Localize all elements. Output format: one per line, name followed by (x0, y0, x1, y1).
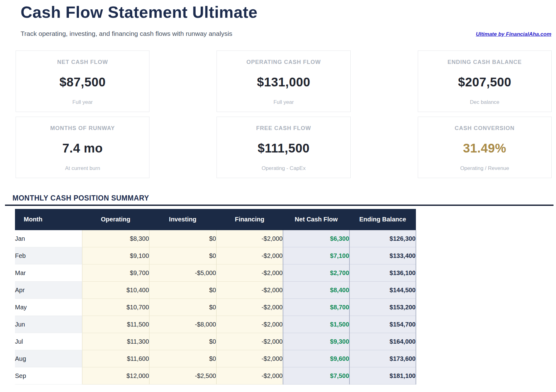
kpi-caption: At current burn (65, 165, 100, 172)
cell-ending-balance: $144,500 (349, 282, 416, 299)
kpi-caption: Full year (72, 99, 93, 105)
cell-investing: $0 (149, 299, 216, 316)
cell-ending-balance: $173,600 (349, 350, 416, 367)
cell-financing: -$2,000 (216, 282, 283, 299)
cell-financing: -$2,000 (216, 350, 283, 367)
cell-financing: -$2,000 (216, 264, 283, 282)
cell-ending-balance: $133,400 (349, 247, 416, 264)
table-row: Jan $8,300 $0 -$2,000 $6,300 $126,300 (15, 230, 416, 247)
page-title: Cash Flow Statement Ultimate (21, 3, 551, 22)
cell-month: Apr (15, 282, 82, 299)
kpi-label: OPERATING CASH FLOW (246, 59, 321, 65)
kpi-value: 7.4 mo (62, 141, 103, 155)
cell-net-cash-flow: $9,600 (283, 350, 349, 367)
cell-month: Mar (15, 264, 82, 282)
table-row: Apr $10,400 $0 -$2,000 $8,400 $144,500 (15, 282, 416, 299)
column-header-ending-balance: Ending Balance (349, 209, 416, 230)
page-subtitle: Track operating, investing, and financin… (21, 30, 232, 37)
cell-net-cash-flow: $7,100 (283, 247, 349, 264)
cell-financing: -$2,000 (216, 299, 283, 316)
section-divider (5, 205, 554, 206)
kpi-label: CASH CONVERSION (455, 125, 515, 132)
kpi-caption: Operating / Revenue (460, 165, 509, 172)
cell-ending-balance: $153,200 (349, 299, 416, 316)
kpi-card: ENDING CASH BALANCE $207,500 Dec balance (418, 51, 552, 112)
cell-net-cash-flow: $2,700 (283, 264, 349, 282)
kpi-caption: Full year (273, 99, 294, 105)
column-header-investing: Investing (149, 209, 216, 230)
cell-net-cash-flow: $9,300 (283, 333, 349, 350)
table-row: Jul $11,300 $0 -$2,000 $9,300 $164,000 (15, 333, 416, 350)
column-header-net-cash-flow: Net Cash Flow (283, 209, 349, 230)
cell-investing: -$8,000 (149, 316, 216, 333)
table-row: Feb $9,100 $0 -$2,000 $7,100 $133,400 (15, 247, 416, 264)
brand-link[interactable]: Ultimate by FinancialAha.com (476, 31, 551, 37)
kpi-label: FREE CASH FLOW (256, 125, 311, 132)
cell-financing: -$2,000 (216, 367, 283, 385)
cell-month: Jul (15, 333, 82, 350)
cell-ending-balance: $181,100 (349, 367, 416, 385)
table-row: Aug $11,600 $0 -$2,000 $9,600 $173,600 (15, 350, 416, 367)
kpi-value: 31.49% (463, 141, 506, 155)
cell-month: Sep (15, 367, 82, 385)
table-row: May $10,700 $0 -$2,000 $8,700 $153,200 (15, 299, 416, 316)
cell-net-cash-flow: $6,300 (283, 230, 349, 247)
subheader: Track operating, investing, and financin… (21, 30, 551, 37)
cell-financing: -$2,000 (216, 316, 283, 333)
table-row: Sep $12,000 -$2,500 -$2,000 $7,500 $181,… (15, 367, 416, 385)
cell-ending-balance: $164,000 (349, 333, 416, 350)
kpi-card: CASH CONVERSION 31.49% Operating / Reven… (418, 117, 552, 178)
cell-investing: -$5,000 (149, 264, 216, 282)
kpi-caption: Dec balance (470, 99, 500, 105)
table-body: Jan $8,300 $0 -$2,000 $6,300 $126,300 Fe… (15, 230, 416, 385)
cell-month: May (15, 299, 82, 316)
cell-net-cash-flow: $8,400 (283, 282, 349, 299)
kpi-card: MONTHS OF RUNWAY 7.4 mo At current burn (16, 117, 149, 178)
cell-investing: -$2,500 (149, 367, 216, 385)
cell-investing: $0 (149, 350, 216, 367)
cell-operating: $11,600 (82, 350, 149, 367)
table-header-row: Month Operating Investing Financing Net … (15, 209, 416, 230)
table-row: Mar $9,700 -$5,000 -$2,000 $2,700 $136,1… (15, 264, 416, 282)
cell-investing: $0 (149, 282, 216, 299)
cell-net-cash-flow: $8,700 (283, 299, 349, 316)
kpi-value: $207,500 (458, 75, 511, 89)
section-title: MONTHLY CASH POSITION SUMMARY (12, 194, 556, 202)
cell-financing: -$2,000 (216, 333, 283, 350)
cell-operating: $10,700 (82, 299, 149, 316)
cell-ending-balance: $154,700 (349, 316, 416, 333)
cell-operating: $11,300 (82, 333, 149, 350)
cell-net-cash-flow: $1,500 (283, 316, 349, 333)
kpi-caption: Operating - CapEx (262, 165, 306, 172)
cell-ending-balance: $126,300 (349, 230, 416, 247)
kpi-value: $111,500 (258, 141, 310, 155)
cell-month: Jan (15, 230, 82, 247)
kpi-card: FREE CASH FLOW $111,500 Operating - CapE… (217, 117, 350, 178)
cell-financing: -$2,000 (216, 230, 283, 247)
kpi-value: $131,000 (257, 75, 310, 89)
cell-operating: $9,700 (82, 264, 149, 282)
column-header-operating: Operating (82, 209, 149, 230)
cell-net-cash-flow: $7,500 (283, 367, 349, 385)
cell-month: Feb (15, 247, 82, 264)
cell-operating: $8,300 (82, 230, 149, 247)
cell-investing: $0 (149, 247, 216, 264)
kpi-card: NET CASH FLOW $87,500 Full year (16, 51, 149, 112)
kpi-value: $87,500 (60, 75, 106, 89)
table-row: Jun $11,500 -$8,000 -$2,000 $1,500 $154,… (15, 316, 416, 333)
column-header-financing: Financing (216, 209, 283, 230)
kpi-label: NET CASH FLOW (57, 59, 108, 65)
cell-operating: $9,100 (82, 247, 149, 264)
cell-investing: $0 (149, 230, 216, 247)
kpi-label: ENDING CASH BALANCE (447, 59, 522, 65)
cash-position-table: Month Operating Investing Financing Net … (15, 209, 416, 385)
cell-financing: -$2,000 (216, 247, 283, 264)
cell-operating: $12,000 (82, 367, 149, 385)
cell-month: Jun (15, 316, 82, 333)
cell-ending-balance: $136,100 (349, 264, 416, 282)
kpi-grid: NET CASH FLOW $87,500 Full year OPERATIN… (16, 51, 552, 178)
kpi-card: OPERATING CASH FLOW $131,000 Full year (217, 51, 350, 112)
kpi-label: MONTHS OF RUNWAY (50, 125, 115, 132)
cell-investing: $0 (149, 333, 216, 350)
column-header-month: Month (15, 209, 82, 230)
